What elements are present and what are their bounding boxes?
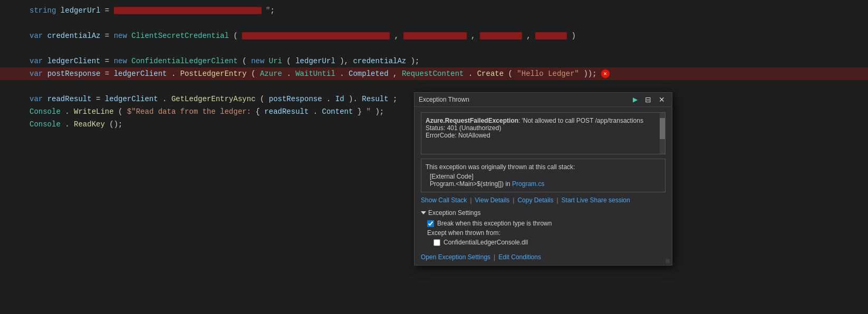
stack-frame-0: [External Code] [426,173,661,180]
open-exception-settings-link[interactable]: Open Exception Settings [421,253,490,261]
popup-body: Azure.RequestFailedException: 'Not allow… [414,107,672,246]
setting-break-on-throw: Break when this exception type is thrown [427,220,666,227]
exception-header: Azure.RequestFailedException: 'Not allow… [426,117,661,139]
code-content-1: string ledgerUrl = "; [30,4,275,17]
except-when-label: Except when thrown from: [427,229,666,237]
code-line-4 [0,42,868,55]
break-on-throw-checkbox[interactable] [427,220,434,227]
edit-conditions-link[interactable]: Edit Conditions [498,253,541,261]
exception-type: Azure.RequestFailedException [426,117,518,124]
scrollbar-track[interactable] [660,113,665,154]
except-dll-checkbox[interactable] [433,239,440,246]
popup-close-button[interactable]: ✕ [656,95,668,104]
stack-label: This exception was originally thrown at … [426,163,661,171]
show-call-stack-link[interactable]: Show Call Stack [421,197,467,204]
program-cs-link[interactable]: Program.cs [512,180,544,188]
code-line-3: var credentialAz = new ClientSecretCrede… [0,30,868,42]
popup-title: Exception Thrown [419,96,469,103]
start-live-share-link[interactable]: Start Live Share session [562,197,630,204]
code-line-5: var ledgerClient = new ConfidentialLedge… [0,55,868,67]
except-dll-label: ConfidentialLedgerConsole.dll [443,239,528,246]
redacted-credential4 [535,32,567,40]
settings-header[interactable]: Exception Settings [421,209,666,217]
code-content-2 [30,17,34,30]
error-badge: ✕ [601,70,610,78]
exception-error-code: ErrorCode: NotAllowed [426,132,490,139]
break-on-throw-label: Break when this exception type is thrown [437,220,552,227]
action-links: Show Call Stack | View Details | Copy De… [421,197,666,204]
code-content-9: Console . WriteLine ( $"Read data from t… [30,105,384,118]
exception-popup: Exception Thrown ▶ ⊟ ✕ Azure.RequestFail… [414,92,672,266]
call-stack-box: This exception was originally thrown at … [421,159,666,192]
exception-settings: Exception Settings Break when this excep… [421,209,666,246]
code-line-7 [0,80,868,93]
popup-titlebar: Exception Thrown ▶ ⊟ ✕ [414,93,672,107]
code-line-1: string ledgerUrl = "; [0,4,868,17]
code-content-3: var credentialAz = new ClientSecretCrede… [30,30,576,42]
redacted-credential3 [480,32,522,40]
code-content-8: var readResult = ledgerClient . GetLedge… [30,93,397,105]
exception-message: : 'Not allowed to call POST /app/transac… [518,117,643,124]
popup-pin-button[interactable]: ⊟ [642,95,654,104]
code-content-5: var ledgerClient = new ConfidentialLedge… [30,55,419,67]
resize-handle-icon[interactable]: ⊞ [666,258,670,264]
action-sep-1: | [470,197,471,204]
code-content-10: Console . ReadKey (); [30,118,122,131]
popup-play-button[interactable]: ▶ [630,95,640,104]
popup-footer: Open Exception Settings | Edit Condition… [414,250,672,265]
stack-frame-1: Program.<Main>$(string[]) in Program.cs [426,180,661,188]
settings-header-label: Exception Settings [428,209,480,217]
code-line-2 [0,17,868,30]
action-sep-2: | [513,197,514,204]
code-line-6-error: var postResponse = ledgerClient . PostLe… [0,67,868,80]
code-content-7 [30,80,34,93]
popup-controls: ▶ ⊟ ✕ [630,95,668,104]
exception-status: Status: 401 (Unauthorized) [426,124,501,132]
collapse-triangle-icon [421,211,426,214]
code-content-4 [30,42,34,55]
copy-details-link[interactable]: Copy Details [517,197,553,204]
footer-sep: | [494,253,495,261]
code-content-6: var postResponse = ledgerClient . PostLe… [30,67,597,80]
redacted-url [114,7,262,14]
exception-info-box: Azure.RequestFailedException: 'Not allow… [421,112,666,154]
view-details-link[interactable]: View Details [475,197,510,204]
setting-except-dll: ConfidentialLedgerConsole.dll [433,239,666,246]
action-sep-3: | [556,197,558,204]
redacted-credential2 [403,32,467,40]
redacted-credential [242,32,390,40]
scrollbar-thumb[interactable] [660,118,665,139]
